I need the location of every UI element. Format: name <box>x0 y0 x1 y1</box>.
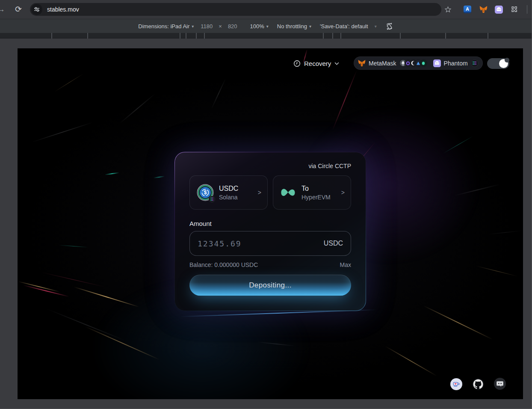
max-button[interactable]: Max <box>340 261 351 268</box>
media-query-divider <box>186 33 186 39</box>
moon-knob-icon <box>499 59 508 68</box>
from-chevron-icon: > <box>258 189 261 196</box>
media-query-divider <box>400 33 401 39</box>
solana-chain-icon <box>471 59 479 67</box>
forward-icon[interactable]: → <box>0 5 5 14</box>
to-network-select[interactable]: To HyperEVM > <box>273 175 351 210</box>
metamask-extension-icon[interactable] <box>479 5 488 14</box>
to-chevron-icon: > <box>341 189 345 196</box>
github-icon[interactable] <box>472 378 484 390</box>
media-query-divider <box>180 33 180 39</box>
phantom-ghost-icon <box>433 59 441 67</box>
phantom-wallet-button[interactable]: Phantom <box>433 59 479 67</box>
amount-label: Amount <box>189 220 351 227</box>
device-width-field[interactable]: 1180 <box>198 23 215 30</box>
devtools-device-toolbar: Dimensions: iPad Air▾ 1180 × 820 100%▾ N… <box>0 19 532 33</box>
usdc-token-icon: $ <box>197 184 214 201</box>
devtools-stage: Recovery MetaMask <box>0 39 532 409</box>
svg-text:$: $ <box>204 190 207 196</box>
address-bar[interactable]: stables.mov <box>30 3 441 16</box>
media-query-divider <box>445 33 446 39</box>
phantom-extension-icon[interactable] <box>494 5 503 14</box>
amount-unit-label: USDC <box>324 240 343 247</box>
phantom-label: Phantom <box>444 60 468 67</box>
browser-toolbar: → ⟳ stables.mov A <box>0 0 532 19</box>
evm-chain-badges <box>399 59 427 67</box>
extensions-puzzle-icon[interactable] <box>510 5 519 14</box>
theme-toggle[interactable] <box>487 58 509 69</box>
amount-input[interactable] <box>198 239 324 248</box>
solana-network-badge-icon <box>209 196 215 202</box>
metamask-fox-icon <box>358 59 366 67</box>
throttling-select[interactable]: No throttling▾ <box>273 23 316 30</box>
recovery-dropdown[interactable]: Recovery <box>293 58 339 69</box>
media-query-divider <box>323 33 324 39</box>
teal-chain-icon <box>420 59 427 67</box>
amount-input-box: USDC <box>189 231 351 256</box>
via-circle-cctp-label: via Circle CCTP <box>189 163 351 169</box>
metamask-wallet-button[interactable]: MetaMask <box>358 59 427 67</box>
page-viewport: Recovery MetaMask <box>18 48 523 399</box>
zoom-select[interactable]: 100%▾ <box>246 23 273 30</box>
clock-icon <box>293 60 301 67</box>
from-token-label: USDC <box>219 185 238 193</box>
wallet-connect-bar: MetaMask <box>354 56 483 70</box>
device-height-field[interactable]: 820 <box>225 23 240 30</box>
toolbar-divider <box>527 5 527 14</box>
device-dimensions-select[interactable]: Dimensions: iPad Air▾ <box>134 23 198 30</box>
media-query-divider <box>204 33 205 39</box>
from-token-select[interactable]: $ USDC Solana > <box>189 175 268 210</box>
extension-a-icon[interactable]: A <box>463 5 472 14</box>
save-data-select[interactable]: 'Save-Data': default▾ <box>316 23 381 30</box>
deposit-card: via Circle CCTP $ <box>174 152 366 311</box>
media-query-divider <box>51 33 52 39</box>
dimensions-times-symbol: × <box>215 23 225 30</box>
chevron-down-icon <box>334 62 339 65</box>
to-network-label: HyperEVM <box>301 194 331 201</box>
bookmark-star-icon[interactable] <box>443 5 452 14</box>
media-query-divider <box>332 33 333 39</box>
media-query-bar <box>0 33 532 39</box>
kofi-icon[interactable] <box>450 378 462 390</box>
browser-window: → ⟳ stables.mov A <box>0 0 532 409</box>
site-settings-icon[interactable] <box>31 4 42 15</box>
deposit-button[interactable]: Depositing... <box>189 275 351 296</box>
media-query-divider <box>488 33 488 39</box>
from-network-label: Solana <box>219 194 238 201</box>
media-query-divider <box>87 33 88 39</box>
hyperliquid-logo-icon <box>280 187 296 198</box>
reload-icon[interactable]: ⟳ <box>13 4 24 15</box>
balance-label: Balance: 0.000000 USDC <box>189 261 258 268</box>
media-query-divider <box>340 33 341 39</box>
metamask-label: MetaMask <box>369 60 396 67</box>
media-query-divider <box>196 33 197 39</box>
to-label: To <box>301 185 331 193</box>
discord-icon[interactable] <box>494 378 506 390</box>
rotate-device-icon[interactable] <box>381 22 398 30</box>
recovery-label: Recovery <box>304 60 331 67</box>
url-text: stables.mov <box>47 6 79 13</box>
